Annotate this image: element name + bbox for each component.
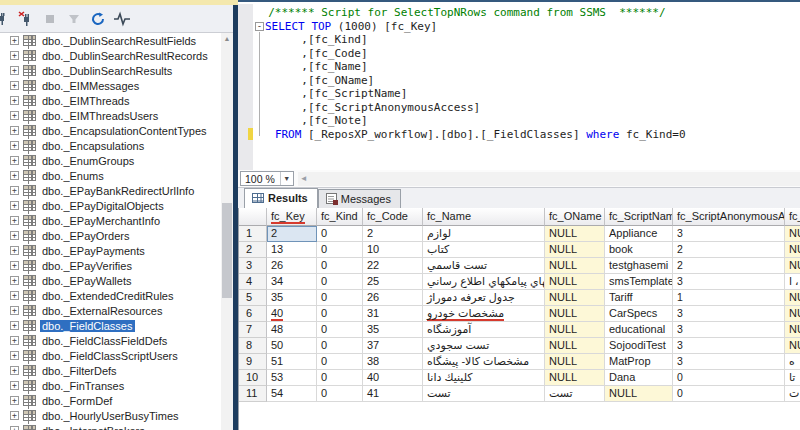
row-number-cell[interactable]: 6 xyxy=(239,306,267,322)
grid-cell[interactable]: 26 xyxy=(267,258,317,274)
grid-cell[interactable]: NULL xyxy=(545,290,605,306)
grid-cell[interactable]: 41 xyxy=(363,386,423,402)
grid-cell[interactable]: 35 xyxy=(363,322,423,338)
grid-cell[interactable]: 2 xyxy=(673,242,785,258)
table-tree-item[interactable]: +dbo._EIMThreadsUsers xyxy=(0,108,221,123)
grid-cell[interactable]: 0 xyxy=(317,354,363,370)
activity-monitor-icon[interactable] xyxy=(113,10,131,28)
grid-cell[interactable]: 3 xyxy=(673,226,785,242)
table-tree-item[interactable]: +dbo._Encapsulations xyxy=(0,138,221,153)
row-number-cell[interactable]: 9 xyxy=(239,354,267,370)
table-tree-item[interactable]: +dbo._InternetBrokers xyxy=(0,423,221,430)
refresh-icon[interactable] xyxy=(89,10,107,28)
grid-cell[interactable]: تست سجودي xyxy=(423,338,545,354)
grid-cell[interactable]: 0 xyxy=(317,290,363,306)
grid-cell[interactable]: NULL xyxy=(545,274,605,290)
expand-icon[interactable]: + xyxy=(10,246,19,255)
expand-icon[interactable]: + xyxy=(10,216,19,225)
row-number-cell[interactable]: 10 xyxy=(239,370,267,386)
table-tree-item[interactable]: +dbo._EIMMessages xyxy=(0,78,221,93)
expand-icon[interactable]: + xyxy=(10,66,19,75)
grid-cell[interactable]: Tariff xyxy=(605,290,673,306)
expand-icon[interactable]: + xyxy=(10,156,19,165)
expand-icon[interactable]: + xyxy=(10,126,19,135)
expand-icon[interactable]: + xyxy=(10,51,19,60)
grid-cell[interactable]: جدول تعرفه دموراژ xyxy=(423,290,545,306)
grid-cell[interactable]: 2 xyxy=(673,258,785,274)
scroll-left-arrow[interactable]: ◄ xyxy=(298,174,308,183)
table-tree-item[interactable]: +dbo._FieldClassFieldDefs xyxy=(0,333,221,348)
grid-cell[interactable]: 3 xyxy=(673,338,785,354)
table-tree-item[interactable]: +dbo._EPayVerifies xyxy=(0,258,221,273)
table-tree-item[interactable]: +dbo._FieldClassScriptUsers xyxy=(0,348,221,363)
grid-column-header[interactable]: fc_ScriptName xyxy=(605,208,673,226)
expand-icon[interactable]: + xyxy=(10,426,19,430)
grid-cell[interactable]: تست xyxy=(423,386,545,402)
collapse-region-icon[interactable]: - xyxy=(255,22,264,31)
table-tree-item[interactable]: +dbo._EnumGroups xyxy=(0,153,221,168)
grid-cell[interactable]: ت xyxy=(785,386,800,402)
grid-cell[interactable]: 0 xyxy=(317,338,363,354)
table-tree-item[interactable]: +dbo._EPayMerchantInfo xyxy=(0,213,221,228)
expand-icon[interactable]: + xyxy=(10,186,19,195)
grid-cell[interactable]: 31 xyxy=(363,306,423,322)
grid-cell[interactable]: NULL xyxy=(785,306,800,322)
grid-cell[interactable]: 48 xyxy=(267,322,317,338)
grid-cell[interactable]: SojoodiTest xyxy=(605,338,673,354)
grid-cell[interactable]: 54 xyxy=(267,386,317,402)
grid-cell[interactable]: 34 xyxy=(267,274,317,290)
grid-cell[interactable]: كتاب xyxy=(423,242,545,258)
editor-horizontal-scrollbar[interactable]: ◄ xyxy=(298,172,800,186)
expand-icon[interactable]: + xyxy=(10,111,19,120)
zoom-level-combo[interactable]: 100 % ▼ xyxy=(240,171,294,186)
grid-column-header[interactable]: fc_ScriptAnonymousAccess xyxy=(673,208,785,226)
table-tree-item[interactable]: +dbo._EPayDigitalObjects xyxy=(0,198,221,213)
grid-cell[interactable]: 3 xyxy=(673,306,785,322)
grid-cell[interactable]: 13 xyxy=(267,242,317,258)
row-number-cell[interactable]: 5 xyxy=(239,290,267,306)
table-tree-item[interactable]: +dbo._EPayWallets xyxy=(0,273,221,288)
grid-cell[interactable]: NULL xyxy=(545,226,605,242)
expand-icon[interactable]: + xyxy=(10,231,19,240)
grid-cell[interactable]: NULL xyxy=(785,226,800,242)
expand-icon[interactable]: + xyxy=(10,291,19,300)
table-tree-item[interactable]: +dbo._EPayPayments xyxy=(0,243,221,258)
grid-cell[interactable]: 38 xyxy=(363,354,423,370)
grid-cell[interactable]: مشخصات خودرو xyxy=(423,306,545,322)
expand-icon[interactable]: + xyxy=(10,276,19,285)
grid-column-header[interactable] xyxy=(239,208,267,226)
grid-cell[interactable]: 0 xyxy=(317,386,363,402)
grid-cell[interactable]: NULL xyxy=(545,322,605,338)
table-tree-item[interactable]: +dbo._ExternalResources xyxy=(0,303,221,318)
grid-column-header[interactable]: fc_Code xyxy=(363,208,423,226)
row-number-cell[interactable]: 11 xyxy=(239,386,267,402)
expand-icon[interactable]: + xyxy=(10,351,19,360)
table-tree-item[interactable]: +dbo._EIMThreads xyxy=(0,93,221,108)
grid-cell[interactable]: NULL xyxy=(785,242,800,258)
grid-column-header[interactable]: fc_ xyxy=(785,208,800,226)
grid-cell[interactable]: لوازم xyxy=(423,226,545,242)
grid-cell[interactable]: ا ، xyxy=(785,274,800,290)
table-tree-item[interactable]: +dbo._FilterDefs xyxy=(0,363,221,378)
grid-cell[interactable]: 35 xyxy=(267,290,317,306)
tab-results[interactable]: Results xyxy=(244,188,318,208)
table-tree-item[interactable]: +dbo._ExtendedCreditRules xyxy=(0,288,221,303)
expand-icon[interactable]: + xyxy=(10,141,19,150)
grid-cell[interactable]: 3 xyxy=(673,354,785,370)
table-tree-item[interactable]: +dbo._FormDef xyxy=(0,393,221,408)
grid-cell[interactable]: CarSpecs xyxy=(605,306,673,322)
table-tree-item[interactable]: +dbo._FieldClasses xyxy=(0,318,221,333)
grid-cell[interactable]: 51 xyxy=(267,354,317,370)
row-number-cell[interactable]: 3 xyxy=(239,258,267,274)
expand-icon[interactable]: + xyxy=(10,381,19,390)
grid-cell[interactable]: NULL xyxy=(785,338,800,354)
grid-cell[interactable]: testghasemi xyxy=(605,258,673,274)
grid-cell[interactable]: 50 xyxy=(267,338,317,354)
sql-editor[interactable]: /****** Script for SelectTopNRows comman… xyxy=(238,0,800,170)
grid-cell[interactable]: 0 xyxy=(317,258,363,274)
grid-cell[interactable]: 0 xyxy=(673,386,785,402)
expand-icon[interactable]: + xyxy=(10,171,19,180)
grid-cell[interactable]: 0 xyxy=(317,226,363,242)
expand-icon[interactable]: + xyxy=(10,336,19,345)
grid-cell[interactable]: Appliance xyxy=(605,226,673,242)
